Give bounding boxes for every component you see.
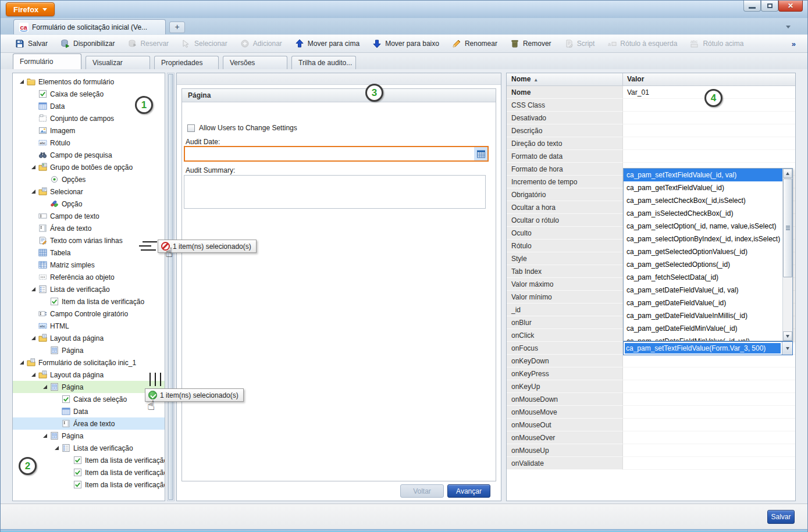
audit-summary-textarea[interactable] [184,175,486,209]
listbox-option[interactable]: ca_pam_getDateFieldValue(_id) [624,297,782,309]
tree-item-lista-de-verificacao[interactable]: Lista de verificação [13,442,165,454]
property-value[interactable] [623,124,795,137]
listbox-option[interactable]: ca_pam_setDateFieldValue(_id, val) [624,284,782,297]
allow-settings-checkbox[interactable] [187,124,195,132]
toolbar-overflow-chevron[interactable]: » [792,40,796,48]
expand-arrow-icon[interactable] [31,373,35,377]
calendar-button[interactable] [474,147,487,160]
onfocus-combo-value[interactable]: ca_pam_setTextFieldValue(Form.Var_3, 500… [625,343,781,354]
property-value[interactable] [623,457,795,470]
tree-item-texto-com-varias-linhas[interactable]: Texto com várias linhas [13,234,165,247]
tree-item-selecionar[interactable]: Selecionar [13,185,165,198]
tree-item-referencia-ao-objeto[interactable]: Referência ao objeto [13,271,165,283]
tree-item-layout-da-pagina[interactable]: Layout da página [13,332,165,344]
list-all-tabs-icon[interactable] [786,26,791,28]
listbox-scrollbar[interactable] [782,169,792,341]
toolbar-button-reservar[interactable]: Reservar [127,39,169,48]
restore-button[interactable] [761,1,778,12]
browser-tab[interactable]: ca Formulário de solicitação inicial (Ve… [13,19,166,34]
toolbar-button-script[interactable]: Script [564,39,595,48]
tree-item-data[interactable]: Data [13,405,165,417]
toolbar-button-salvar[interactable]: Salvar [15,39,48,48]
property-row-onvalidate[interactable]: onValidate [507,457,795,470]
toolbar-button-remover[interactable]: Remover [510,39,551,48]
tab-formulario[interactable]: Formulário [13,53,81,69]
tree-item-item-da-lista-de-verificacao[interactable]: Item da lista de verificação [13,295,165,308]
tree-item-campo-de-pesquisa[interactable]: Campo de pesquisa [13,149,165,161]
property-row-formato-de-data[interactable]: Formato de data [507,150,795,163]
name-column-header[interactable]: Nome▲ [507,73,623,85]
new-tab-button[interactable]: + [169,22,185,33]
tree-item-campo-de-texto[interactable]: Campo de texto [13,210,165,222]
property-value[interactable] [623,419,795,431]
property-row-css-class[interactable]: CSS Class [507,99,795,112]
property-row-onmouseover[interactable]: onMouseOver [507,431,795,444]
toolbar-button-mover-para-cima[interactable]: Mover para cima [295,39,359,48]
property-row-nome[interactable]: NomeVar_01 [507,86,795,99]
toolbar-button-mover-para-baixo[interactable]: Mover para baixo [372,39,439,48]
minimize-button[interactable] [743,1,761,12]
toolbar-button-rotulo-acima[interactable]: abcRótulo acima [690,39,743,48]
tree-item-formulario-de-solicitacao-inic-1[interactable]: Formulário de solicitação inic_1 [13,356,165,369]
listbox-option[interactable]: ca_pam_getSelectedOptionValues(_id) [624,245,782,258]
close-button[interactable]: ✕ [778,1,803,12]
property-row-direcao-do-texto[interactable]: Direção do texto [507,137,795,150]
tree-item-pagina[interactable]: Página [13,430,165,442]
listbox-option[interactable]: ca_pam_getSelectedOptions(_id) [624,258,782,271]
tree-item-elementos-do-formulario[interactable]: Elementos do formulário [13,76,165,88]
tree-item-grupo-de-botoes-de-opcao[interactable]: Grupo de botões de opção [13,161,165,173]
property-value[interactable] [623,112,795,124]
tree-item-lista-de-verificacao[interactable]: Lista de verificação [13,283,165,295]
expand-arrow-icon[interactable] [55,446,59,450]
tree-item-layout-da-pagina[interactable]: Layout da página [13,369,165,381]
listbox-option[interactable]: ca_pam_selectOption(_id, name, value,isS… [624,220,782,233]
tree-item-html[interactable]: abcHTML [13,320,165,332]
scroll-up-button[interactable] [783,169,792,178]
expand-arrow-icon[interactable] [31,336,35,340]
property-value[interactable] [623,150,795,163]
audit-date-input[interactable] [185,147,474,160]
expand-arrow-icon[interactable] [31,165,35,169]
toolbar-button-adicionar[interactable]: Adicionar [240,39,282,48]
listbox-option[interactable]: ca_pam_getTextFieldValue(_id) [624,181,782,194]
listbox-option[interactable]: ca_pam_getDateFieldMinValue(_id) [624,322,782,335]
listbox-option[interactable]: ca_pam_getDateFieldValueInMillis(_id) [624,309,782,322]
expand-arrow-icon[interactable] [20,360,24,365]
property-value[interactable] [623,406,795,419]
property-value[interactable] [623,355,795,367]
next-button[interactable]: Avançar [447,484,490,498]
toolbar-button-renomear[interactable]: Renomear [452,39,497,48]
toolbar-button-selecionar[interactable]: Selecionar [181,39,227,48]
tree-item-area-de-texto[interactable]: Área de texto [13,417,165,430]
property-row-onmouseup[interactable]: onMouseUp [507,444,795,457]
property-value[interactable] [623,367,795,380]
tree-item-caixa-de-selecao[interactable]: Caixa de seleção [13,393,165,405]
property-row-descricao[interactable]: Descrição [507,124,795,137]
tree-item-pagina[interactable]: Página [13,381,165,393]
firefox-menu-button[interactable]: Firefox [6,2,55,16]
tree-scrollbar[interactable] [167,73,175,501]
back-button[interactable]: Voltar [400,484,444,498]
expand-arrow-icon[interactable] [43,385,47,389]
toolbar-button-disponibilizar[interactable]: Disponibilizar [60,39,115,48]
tab-versoes[interactable]: Versões [223,56,287,69]
listbox-option[interactable]: ca_pam_setTextFieldValue(_id, val) [624,169,782,181]
tab-visualizar[interactable]: Visualizar [86,56,150,69]
listbox-option[interactable]: ca_pam_setDateFieldMinValue(_id, val) [624,335,782,341]
tree-item-pagina[interactable]: Página [13,344,165,356]
property-row-desativado[interactable]: Desativado [507,112,795,124]
scroll-down-button[interactable] [783,331,792,341]
tree-item-area-de-texto[interactable]: Área de texto [13,222,165,234]
expand-arrow-icon[interactable] [20,80,24,84]
listbox-option[interactable]: ca_pam_selectOptionByIndex(_id, index,is… [624,233,782,245]
tab-trilha-de-audito[interactable]: Trilha de audito... [291,56,356,69]
property-value[interactable] [623,431,795,444]
value-column-header[interactable]: Valor [623,73,795,85]
listbox-option[interactable]: ca_pam_selectCheckBox(_id,isSelect) [624,194,782,207]
property-value[interactable] [623,444,795,457]
tree-item-imagem[interactable]: Imagem [13,124,165,137]
expand-arrow-icon[interactable] [31,287,35,291]
property-row-onkeydown[interactable]: onKeyDown [507,355,795,367]
tree-item-item-da-lista-de-verificacao[interactable]: Item da lista de verificação [13,479,165,491]
tree-item-opcoes[interactable]: Opções [13,173,165,185]
